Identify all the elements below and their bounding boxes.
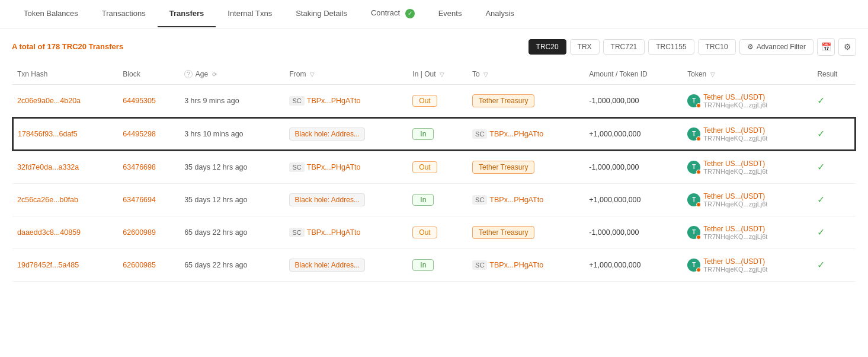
block-link[interactable]: 62600985 bbox=[123, 261, 156, 269]
col-block: Block bbox=[118, 64, 180, 85]
token-dot bbox=[696, 136, 701, 141]
token-info: T Tether US...(USDT) TR7NHqjeKQ...zgjLj6… bbox=[687, 225, 808, 240]
token-dot bbox=[696, 235, 701, 240]
block-link[interactable]: 63476694 bbox=[123, 196, 156, 204]
token-name-link[interactable]: Tether US...(USDT) bbox=[703, 225, 767, 233]
from-filter-icon[interactable]: ▽ bbox=[310, 71, 315, 78]
from-addr-link[interactable]: TBPx...PHgATto bbox=[307, 163, 361, 171]
tab-contract[interactable]: Contract ✓ bbox=[359, 0, 427, 28]
filter-controls: TRC20 TRX TRC721 TRC1155 TRC10 ⚙ Advance… bbox=[529, 38, 856, 56]
to-treasury-badge[interactable]: Tether Treasury bbox=[472, 161, 534, 174]
result-cell: ✓ bbox=[812, 117, 856, 151]
table-row: daaedd3c8...408596260098965 days 22 hrs … bbox=[12, 216, 856, 248]
to-cell: Tether Treasury bbox=[467, 216, 584, 248]
sc-badge: SC bbox=[472, 260, 487, 270]
token-name-link[interactable]: Tether US...(USDT) bbox=[703, 192, 767, 200]
col-result: Result bbox=[812, 64, 856, 85]
from-addr-link[interactable]: TBPx...PHgATto bbox=[307, 97, 361, 105]
to-filter-icon[interactable]: ▽ bbox=[483, 71, 488, 78]
txn-hash-link[interactable]: 178456f93...6daf5 bbox=[18, 130, 78, 138]
tab-analysis[interactable]: Analysis bbox=[473, 1, 526, 27]
to-treasury-badge[interactable]: Tether Treasury bbox=[472, 226, 534, 239]
from-blackhole-badge[interactable]: Black hole: Addres... bbox=[289, 128, 364, 141]
token-dot bbox=[696, 202, 701, 207]
tab-transactions[interactable]: Transactions bbox=[90, 1, 158, 27]
token-details: Tether US...(USDT) TR7NHqjeKQ...zgjLj6t bbox=[703, 160, 767, 175]
age-cell: 65 days 22 hrs ago bbox=[180, 216, 284, 248]
direction-filter-icon[interactable]: ▽ bbox=[440, 71, 444, 78]
columns-icon: ⚙ bbox=[844, 42, 851, 52]
filter-trc1155[interactable]: TRC1155 bbox=[648, 39, 694, 55]
col-amount: Amount / Token ID bbox=[584, 64, 683, 85]
token-details: Tether US...(USDT) TR7NHqjeKQ...zgjLj6t bbox=[703, 192, 767, 208]
token-addr: TR7NHqjeKQ...zgjLj6t bbox=[703, 168, 767, 175]
tab-internal-txns[interactable]: Internal Txns bbox=[216, 1, 284, 27]
filter-trc10[interactable]: TRC10 bbox=[698, 39, 736, 55]
from-addr-link[interactable]: TBPx...PHgATto bbox=[307, 228, 361, 237]
age-help-icon[interactable]: ? bbox=[184, 70, 193, 78]
token-name-link[interactable]: Tether US...(USDT) bbox=[703, 126, 767, 135]
from-blackhole-badge[interactable]: Black hole: Addres... bbox=[289, 259, 364, 272]
age-sort-icon[interactable]: ⟳ bbox=[212, 71, 217, 78]
result-check-icon: ✓ bbox=[817, 162, 825, 172]
token-icon: T bbox=[687, 193, 700, 206]
token-addr: TR7NHqjeKQ...zgjLj6t bbox=[703, 233, 767, 240]
amount-cell: +1,000,000,000 bbox=[584, 183, 683, 216]
token-name-link[interactable]: Tether US...(USDT) bbox=[703, 257, 767, 266]
txn-hash-link[interactable]: 19d78452f...5a485 bbox=[17, 261, 79, 269]
to-treasury-badge[interactable]: Tether Treasury bbox=[472, 94, 534, 107]
amount-cell: -1,000,000,000 bbox=[584, 216, 683, 248]
from-blackhole-badge[interactable]: Black hole: Addres... bbox=[289, 193, 364, 206]
token-name-link[interactable]: Tether US...(USDT) bbox=[703, 93, 767, 101]
table-header-row: Txn Hash Block ? Age ⟳ From ▽ In | Out ▽… bbox=[12, 64, 856, 85]
col-token: Token ▽ bbox=[683, 64, 812, 85]
to-addr-link[interactable]: TBPx...PHgATto bbox=[489, 196, 543, 204]
txn-hash-link[interactable]: daaedd3c8...40859 bbox=[17, 228, 81, 237]
toolbar: A total of 178 TRC20 Transfers TRC20 TRX… bbox=[12, 38, 856, 56]
age-cell: 65 days 22 hrs ago bbox=[180, 248, 284, 281]
txn-hash-link[interactable]: 2c56ca26e...b0fab bbox=[17, 196, 78, 204]
to-addr-link[interactable]: TBPx...PHgATto bbox=[489, 130, 543, 138]
amount-value: -1,000,000,000 bbox=[589, 228, 639, 237]
tab-events[interactable]: Events bbox=[427, 1, 474, 27]
to-cell: SCTBPx...PHgATto bbox=[467, 183, 584, 216]
settings-btn[interactable]: ⚙ bbox=[838, 38, 856, 56]
calendar-icon: 📅 bbox=[821, 42, 831, 52]
to-addr-link[interactable]: TBPx...PHgATto bbox=[489, 261, 543, 269]
token-info: T Tether US...(USDT) TR7NHqjeKQ...zgjLj6… bbox=[687, 257, 808, 273]
token-name-link[interactable]: Tether US...(USDT) bbox=[703, 160, 767, 168]
from-cell: SCTBPx...PHgATto bbox=[284, 84, 408, 117]
token-details: Tether US...(USDT) TR7NHqjeKQ...zgjLj6t bbox=[703, 225, 767, 240]
txn-hash-link[interactable]: 32fd7e0da...a332a bbox=[17, 163, 79, 171]
token-addr: TR7NHqjeKQ...zgjLj6t bbox=[703, 200, 767, 208]
block-link[interactable]: 63476698 bbox=[123, 163, 156, 171]
tab-token-balances[interactable]: Token Balances bbox=[12, 1, 90, 27]
token-details: Tether US...(USDT) TR7NHqjeKQ...zgjLj6t bbox=[703, 126, 767, 142]
col-direction: In | Out ▽ bbox=[408, 64, 467, 85]
token-icon: T bbox=[687, 128, 700, 141]
tab-staking-details[interactable]: Staking Details bbox=[284, 1, 359, 27]
sc-badge: SC bbox=[472, 195, 487, 205]
filter-trc721[interactable]: TRC721 bbox=[603, 39, 645, 55]
calendar-btn[interactable]: 📅 bbox=[817, 38, 835, 56]
filter-trc20[interactable]: TRC20 bbox=[529, 39, 566, 55]
token-cell: T Tether US...(USDT) TR7NHqjeKQ...zgjLj6… bbox=[683, 117, 812, 151]
block-link[interactable]: 64495305 bbox=[123, 97, 156, 105]
direction-cell: In bbox=[408, 248, 467, 281]
token-filter-icon[interactable]: ▽ bbox=[710, 71, 715, 78]
token-details: Tether US...(USDT) TR7NHqjeKQ...zgjLj6t bbox=[703, 257, 767, 273]
block-link[interactable]: 64495298 bbox=[123, 130, 156, 138]
block-link[interactable]: 62600989 bbox=[123, 228, 156, 237]
direction-out-badge: Out bbox=[412, 95, 437, 107]
amount-value: -1,000,000,000 bbox=[589, 163, 639, 171]
advanced-filter-btn[interactable]: ⚙ Advanced Filter bbox=[739, 39, 813, 55]
tab-transfers[interactable]: Transfers bbox=[158, 1, 216, 27]
age-cell: 35 days 12 hrs ago bbox=[180, 151, 284, 184]
txn-hash-link[interactable]: 2c06e9a0e...4b20a bbox=[17, 97, 81, 105]
from-cell: SCTBPx...PHgATto bbox=[284, 151, 408, 184]
token-dot bbox=[696, 267, 701, 272]
direction-in-badge: In bbox=[412, 259, 434, 271]
direction-out-badge: Out bbox=[412, 161, 437, 173]
age-cell: 3 hrs 9 mins ago bbox=[180, 84, 284, 117]
filter-trx[interactable]: TRX bbox=[570, 39, 600, 55]
